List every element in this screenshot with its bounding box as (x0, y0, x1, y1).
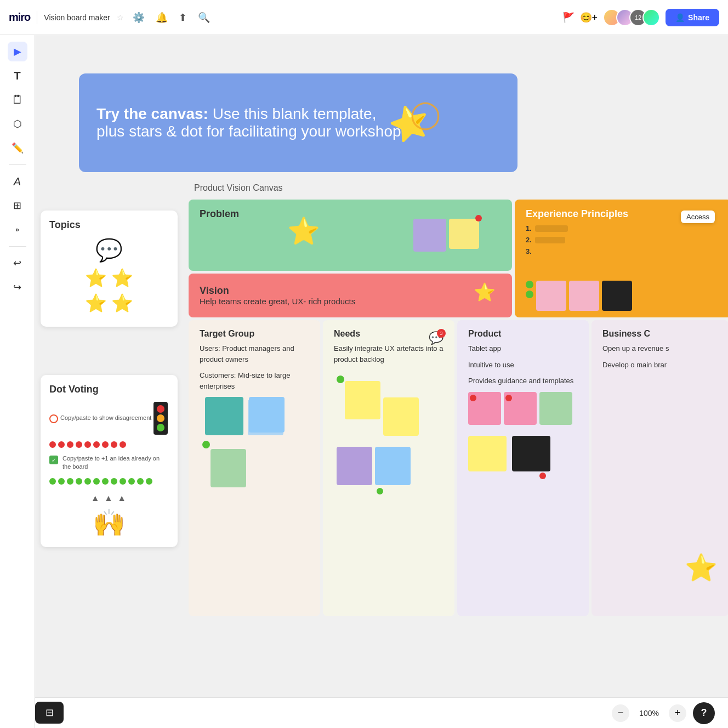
notifications-icon[interactable]: 🔔 (156, 12, 168, 24)
bottom-bar: ⊟ − 100% + ? (35, 697, 728, 728)
avatar-4 (642, 9, 660, 26)
stars-row: ⭐ ⭐ (49, 268, 169, 288)
top-navigation: miro Vision board maker ☆ ⚙️ 🔔 ⬆ 🔍 🚩 😊+ … (0, 0, 728, 35)
target-group-section: Target Group Users: Product managers and… (189, 320, 320, 616)
share-icon: 👤 (675, 13, 685, 22)
sticky-pink-2[interactable] (569, 281, 599, 311)
dot-green-needs (337, 376, 344, 383)
frame-tool[interactable]: ⊞ (8, 196, 27, 215)
share-export-icon[interactable]: ⬆ (179, 12, 187, 24)
exp-list: 1. 2. 3. (526, 224, 720, 255)
needs-stickies (334, 370, 443, 507)
dot-green-target (202, 441, 210, 448)
sticky-lavender-1[interactable] (337, 447, 372, 485)
banner-text: Use this blank template, (213, 105, 377, 122)
undo-button[interactable]: ↩ (8, 253, 27, 273)
miro-logo[interactable]: miro (9, 11, 30, 24)
pen-tool[interactable]: ✏️ (8, 138, 27, 158)
sticky-yellow-needs-1[interactable] (345, 381, 380, 419)
dot-voting-title: Dot Voting (49, 384, 169, 395)
cursor-tool[interactable]: ▶ (8, 42, 27, 61)
product-stickies (468, 392, 578, 502)
text-style-tool[interactable]: A (8, 172, 27, 191)
banner-ring: ◯ (410, 98, 441, 130)
search-icon[interactable]: 🔍 (198, 12, 210, 24)
banner-bold-prefix: Try the canvas: (96, 105, 208, 122)
help-button[interactable]: ? (693, 702, 715, 724)
main-canvas[interactable]: Try the canvas: Use this blank template,… (35, 35, 728, 728)
speech-bubble-icon: 💬 (49, 237, 169, 263)
arrow-icons: ▲ ▲ ▲ (49, 493, 169, 503)
topics-panel: Topics 💬 ⭐ ⭐ ⭐ ⭐ (41, 211, 178, 327)
board-title[interactable]: Vision board maker (44, 13, 110, 22)
sticky-blue-2[interactable] (248, 400, 283, 435)
sticky-green-product[interactable] (539, 392, 572, 425)
sticky-teal-1[interactable] (205, 397, 243, 435)
product-title: Product (468, 329, 578, 339)
avatar-group: 12 (603, 9, 660, 26)
product-text2: Intuitive to use (468, 360, 578, 371)
dot-disagree-text: Copy/paste to show disagreement (60, 414, 151, 422)
sticky-blue-needs[interactable] (375, 447, 411, 485)
business-text1: Open up a revenue s (602, 343, 718, 354)
chat-notification: 💬 3 (429, 331, 443, 345)
text-tool[interactable]: T (8, 66, 27, 86)
target-group-title: Target Group (200, 329, 309, 339)
more-tools[interactable]: » (8, 220, 27, 240)
target-group-text2: Customers: Mid-size to large enterprises (200, 370, 309, 391)
green-dots-grid (49, 478, 169, 485)
dot-item-agree: ✓ Copy/paste to +1 an idea already on th… (49, 454, 169, 471)
dot-agree-text: Copy/paste to +1 an idea already on the … (62, 454, 169, 471)
dot-red-product-2 (505, 395, 512, 401)
vertical-divider (37, 11, 37, 24)
exp-stickies (526, 281, 632, 311)
sticky-purple[interactable] (413, 219, 446, 252)
checkbox-icon: ✓ (49, 456, 58, 464)
sticky-yellow-needs-2[interactable] (383, 397, 419, 436)
stars-row-2: ⭐ ⭐ (49, 293, 169, 314)
add-collaborator-icon[interactable]: 😊+ (580, 12, 598, 24)
zoom-out-button[interactable]: − (612, 704, 629, 722)
target-group-text1: Users: Product managers and product owne… (200, 343, 309, 365)
shapes-tool[interactable]: ⬡ (8, 114, 27, 134)
product-section: Product Tablet app Intuitive to use Prov… (457, 320, 589, 616)
sticky-green-1[interactable] (211, 449, 246, 487)
sticky-black-product[interactable] (512, 436, 550, 471)
flag-icon[interactable]: 🚩 (562, 12, 575, 24)
business-section: Business C Open up a revenue s Develop o… (592, 320, 728, 616)
dot-indicator-problem (475, 215, 482, 221)
sticky-yellow-product[interactable] (468, 436, 507, 471)
dot-green-needs-2 (377, 488, 383, 494)
vision-title: Vision (200, 285, 501, 297)
share-button[interactable]: 👤 Share (666, 9, 719, 26)
dot-item-disagree: Copy/paste to show disagreement (49, 402, 169, 435)
sticky-note-tool[interactable]: 🗒 (8, 90, 27, 110)
vision-star: ⭐ (474, 282, 496, 303)
problem-star: ⭐ (287, 216, 320, 247)
settings-icon[interactable]: ⚙️ (133, 12, 145, 24)
needs-section: Needs Easily integrate UX artefacts into… (323, 320, 454, 616)
needs-title: Needs (334, 329, 443, 339)
problem-title: Problem (200, 208, 501, 220)
vision-content: Help teams create great, UX- rich produc… (200, 297, 501, 306)
problem-section: Problem ⭐ (189, 200, 512, 271)
canvas-title: Product Vision Canvas (194, 183, 283, 193)
star-1: ⭐ (85, 268, 107, 288)
product-text3: Provides guidance and templates (468, 376, 578, 386)
business-text2: Develop o main brar (602, 360, 718, 371)
sticky-yellow[interactable] (449, 219, 479, 249)
star-3: ⭐ (85, 293, 107, 314)
sticky-black-exp[interactable] (602, 281, 632, 311)
sticky-pink-1[interactable] (536, 281, 566, 311)
vision-section: Vision Help teams create great, UX- rich… (189, 274, 512, 317)
zoom-in-button[interactable]: + (669, 704, 686, 722)
business-star: ⭐ (685, 553, 718, 583)
dot-red-product-1 (470, 395, 476, 401)
sidebar-toggle-button[interactable]: ⊟ (35, 702, 64, 724)
redo-button[interactable]: ↪ (8, 277, 27, 297)
star-icon[interactable]: ☆ (117, 13, 124, 22)
needs-text: Easily integrate UX artefacts into a pro… (334, 343, 443, 365)
dot-circle-icon (49, 414, 58, 423)
experience-principles-section: Experience Principles Access 1. 2. 3. (515, 200, 728, 317)
stoplight-icon (153, 402, 168, 435)
